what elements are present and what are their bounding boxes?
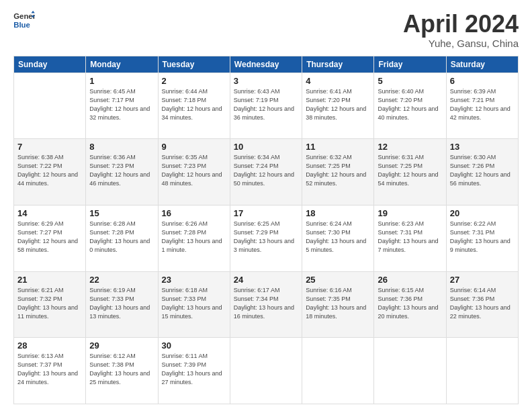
day-number: 29 (89, 340, 154, 351)
day-cell: 17Sunrise: 6:25 AMSunset: 7:29 PMDayligh… (230, 205, 302, 271)
day-cell: 27Sunrise: 6:14 AMSunset: 7:36 PMDayligh… (446, 271, 518, 338)
day-number: 11 (306, 142, 370, 152)
day-number: 16 (162, 208, 226, 218)
svg-text:General: General (13, 12, 35, 20)
day-info: Sunrise: 6:40 AMSunset: 7:20 PMDaylight:… (378, 87, 442, 122)
day-number: 8 (89, 142, 154, 152)
day-info: Sunrise: 6:24 AMSunset: 7:30 PMDaylight:… (306, 220, 370, 255)
day-number: 1 (89, 76, 154, 86)
day-info: Sunrise: 6:35 AMSunset: 7:23 PMDaylight:… (162, 153, 226, 188)
week-row-5: 28Sunrise: 6:13 AMSunset: 7:37 PMDayligh… (14, 338, 519, 404)
week-row-2: 7Sunrise: 6:38 AMSunset: 7:22 PMDaylight… (14, 139, 519, 205)
week-row-4: 21Sunrise: 6:21 AMSunset: 7:32 PMDayligh… (14, 271, 519, 338)
day-number: 20 (450, 208, 515, 218)
day-number: 5 (378, 76, 442, 86)
day-info: Sunrise: 6:31 AMSunset: 7:25 PMDaylight:… (378, 153, 442, 188)
day-cell: 24Sunrise: 6:17 AMSunset: 7:34 PMDayligh… (230, 271, 302, 338)
day-info: Sunrise: 6:39 AMSunset: 7:21 PMDaylight:… (450, 87, 515, 122)
day-number: 19 (378, 208, 442, 218)
weekday-header-friday: Friday (374, 56, 446, 73)
calendar-page: General Blue April 2024 Yuhe, Gansu, Chi… (0, 0, 532, 411)
day-info: Sunrise: 6:38 AMSunset: 7:22 PMDaylight:… (17, 153, 82, 188)
day-number: 3 (234, 76, 298, 86)
day-number: 24 (234, 275, 298, 285)
day-number: 25 (306, 275, 370, 285)
day-cell: 22Sunrise: 6:19 AMSunset: 7:33 PMDayligh… (86, 271, 158, 338)
day-cell: 11Sunrise: 6:32 AMSunset: 7:25 PMDayligh… (302, 139, 374, 205)
day-number: 23 (162, 275, 226, 285)
day-info: Sunrise: 6:13 AMSunset: 7:37 PMDaylight:… (17, 352, 82, 387)
day-number: 17 (234, 208, 298, 218)
day-info: Sunrise: 6:25 AMSunset: 7:29 PMDaylight:… (234, 220, 298, 255)
day-info: Sunrise: 6:19 AMSunset: 7:33 PMDaylight:… (89, 286, 154, 321)
day-cell: 6Sunrise: 6:39 AMSunset: 7:21 PMDaylight… (446, 73, 518, 139)
weekday-header-tuesday: Tuesday (158, 56, 230, 73)
day-info: Sunrise: 6:41 AMSunset: 7:20 PMDaylight:… (306, 87, 370, 122)
day-number: 13 (450, 142, 515, 152)
day-info: Sunrise: 6:43 AMSunset: 7:19 PMDaylight:… (234, 87, 298, 122)
month-title: April 2024 (403, 11, 519, 38)
day-cell: 15Sunrise: 6:28 AMSunset: 7:28 PMDayligh… (86, 205, 158, 271)
day-info: Sunrise: 6:22 AMSunset: 7:31 PMDaylight:… (450, 220, 515, 255)
day-cell: 5Sunrise: 6:40 AMSunset: 7:20 PMDaylight… (374, 73, 446, 139)
day-info: Sunrise: 6:30 AMSunset: 7:26 PMDaylight:… (450, 153, 515, 188)
day-number: 30 (162, 340, 226, 351)
day-number: 6 (450, 76, 515, 86)
day-number: 7 (17, 142, 82, 152)
day-number: 12 (378, 142, 442, 152)
day-number: 22 (89, 275, 154, 285)
weekday-header-row: SundayMondayTuesdayWednesdayThursdayFrid… (14, 56, 519, 73)
weekday-header-wednesday: Wednesday (230, 56, 302, 73)
weekday-header-sunday: Sunday (14, 56, 86, 73)
day-number: 4 (306, 76, 370, 86)
day-info: Sunrise: 6:15 AMSunset: 7:36 PMDaylight:… (378, 286, 442, 321)
logo: General Blue (13, 11, 35, 30)
location-subtitle: Yuhe, Gansu, China (403, 38, 519, 49)
header: General Blue April 2024 Yuhe, Gansu, Chi… (13, 11, 519, 49)
day-cell: 23Sunrise: 6:18 AMSunset: 7:33 PMDayligh… (158, 271, 230, 338)
day-cell: 12Sunrise: 6:31 AMSunset: 7:25 PMDayligh… (374, 139, 446, 205)
day-cell: 30Sunrise: 6:11 AMSunset: 7:39 PMDayligh… (158, 338, 230, 404)
day-cell: 18Sunrise: 6:24 AMSunset: 7:30 PMDayligh… (302, 205, 374, 271)
day-number: 2 (162, 76, 226, 86)
day-info: Sunrise: 6:14 AMSunset: 7:36 PMDaylight:… (450, 286, 515, 321)
week-row-1: 1Sunrise: 6:45 AMSunset: 7:17 PMDaylight… (14, 73, 519, 139)
day-info: Sunrise: 6:11 AMSunset: 7:39 PMDaylight:… (162, 352, 226, 387)
day-info: Sunrise: 6:26 AMSunset: 7:28 PMDaylight:… (162, 220, 226, 255)
weekday-header-monday: Monday (86, 56, 158, 73)
day-cell: 14Sunrise: 6:29 AMSunset: 7:27 PMDayligh… (14, 205, 86, 271)
day-cell: 21Sunrise: 6:21 AMSunset: 7:32 PMDayligh… (14, 271, 86, 338)
day-number: 26 (378, 275, 442, 285)
day-number: 28 (17, 340, 82, 351)
day-number: 14 (17, 208, 82, 218)
day-cell: 16Sunrise: 6:26 AMSunset: 7:28 PMDayligh… (158, 205, 230, 271)
day-cell (446, 338, 518, 404)
day-number: 21 (17, 275, 82, 285)
day-cell: 9Sunrise: 6:35 AMSunset: 7:23 PMDaylight… (158, 139, 230, 205)
day-cell: 19Sunrise: 6:23 AMSunset: 7:31 PMDayligh… (374, 205, 446, 271)
logo-icon: General Blue (13, 11, 35, 30)
day-info: Sunrise: 6:12 AMSunset: 7:38 PMDaylight:… (89, 352, 154, 387)
day-cell: 26Sunrise: 6:15 AMSunset: 7:36 PMDayligh… (374, 271, 446, 338)
weekday-header-saturday: Saturday (446, 56, 518, 73)
day-info: Sunrise: 6:21 AMSunset: 7:32 PMDaylight:… (17, 286, 82, 321)
day-info: Sunrise: 6:28 AMSunset: 7:28 PMDaylight:… (89, 220, 154, 255)
day-info: Sunrise: 6:23 AMSunset: 7:31 PMDaylight:… (378, 220, 442, 255)
day-cell: 13Sunrise: 6:30 AMSunset: 7:26 PMDayligh… (446, 139, 518, 205)
day-cell: 28Sunrise: 6:13 AMSunset: 7:37 PMDayligh… (14, 338, 86, 404)
day-cell: 4Sunrise: 6:41 AMSunset: 7:20 PMDaylight… (302, 73, 374, 139)
day-info: Sunrise: 6:18 AMSunset: 7:33 PMDaylight:… (162, 286, 226, 321)
day-info: Sunrise: 6:44 AMSunset: 7:18 PMDaylight:… (162, 87, 226, 122)
title-block: April 2024 Yuhe, Gansu, China (403, 11, 519, 49)
day-number: 9 (162, 142, 226, 152)
day-cell: 29Sunrise: 6:12 AMSunset: 7:38 PMDayligh… (86, 338, 158, 404)
day-cell (302, 338, 374, 404)
day-cell: 25Sunrise: 6:16 AMSunset: 7:35 PMDayligh… (302, 271, 374, 338)
day-cell: 3Sunrise: 6:43 AMSunset: 7:19 PMDaylight… (230, 73, 302, 139)
day-info: Sunrise: 6:32 AMSunset: 7:25 PMDaylight:… (306, 153, 370, 188)
day-info: Sunrise: 6:29 AMSunset: 7:27 PMDaylight:… (17, 220, 82, 255)
day-cell: 1Sunrise: 6:45 AMSunset: 7:17 PMDaylight… (86, 73, 158, 139)
weekday-header-thursday: Thursday (302, 56, 374, 73)
day-cell (14, 73, 86, 139)
day-cell: 10Sunrise: 6:34 AMSunset: 7:24 PMDayligh… (230, 139, 302, 205)
